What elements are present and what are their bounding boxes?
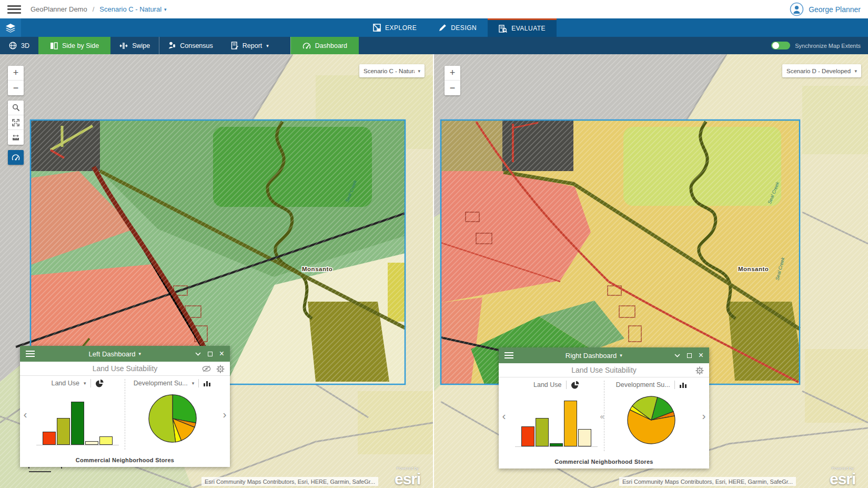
tab-design[interactable]: DESIGN <box>428 18 488 37</box>
evaluate-report-icon <box>499 25 507 33</box>
dashboard-button[interactable]: Dashboard <box>290 37 359 54</box>
esri-logo: esri <box>830 471 855 487</box>
chevron-down-icon: ▾ <box>84 381 86 386</box>
sync-extents-control: Synchronize Map Extents <box>771 37 868 54</box>
maximize-icon[interactable] <box>687 353 692 358</box>
bar-segment <box>564 401 577 446</box>
collapse-icon[interactable] <box>674 354 680 357</box>
dashboard-title-dropdown[interactable]: Right Dashboard ▾ <box>513 352 674 360</box>
dashboard-gauge-icon <box>12 154 20 161</box>
report-document-icon <box>231 42 238 49</box>
extent-button[interactable] <box>8 115 24 130</box>
sync-extents-toggle[interactable] <box>771 42 790 49</box>
chart-type-dropdown[interactable]: Development Su... <box>616 381 670 389</box>
chart-type-dropdown[interactable]: Development Su... <box>134 380 188 387</box>
bar-chart-icon[interactable] <box>203 380 211 387</box>
dashboard-subheader: Land Use Suitability <box>499 363 709 377</box>
dashboard-window-controls: × <box>674 351 703 360</box>
pie-chart-icon[interactable] <box>571 381 580 390</box>
consensus-button[interactable]: Consensus <box>159 37 222 54</box>
bar-segment <box>536 418 549 446</box>
tab-explore[interactable]: EXPLORE <box>362 18 428 37</box>
chevron-down-icon: ▾ <box>620 353 622 358</box>
right-map[interactable]: Monsanto Seal Creek Seal Creek + − Scena… <box>434 54 868 488</box>
dashboard-window-controls: × <box>195 350 224 358</box>
primary-nav-bar: EXPLORE DESIGN EVALUATE <box>0 18 868 37</box>
menu-hamburger-icon[interactable] <box>7 5 21 14</box>
right-dashboard-panel: Right Dashboard ▾ × Land Use Suitability <box>499 347 709 469</box>
breadcrumb-scenario-dropdown[interactable]: Scenario C - Natural ▾ <box>99 5 166 13</box>
close-icon[interactable]: × <box>699 351 703 360</box>
dashboard-menu-icon[interactable] <box>26 351 35 357</box>
chart-type-dropdown[interactable]: Land Use <box>533 381 562 389</box>
development-suitability-chart-panel: Development Su... <box>604 377 699 454</box>
zoom-in-button[interactable]: + <box>8 66 24 81</box>
bar-chart-icon[interactable] <box>679 381 687 389</box>
left-map[interactable]: Monsanto Seal Creek + − <box>0 54 433 488</box>
zoom-control: + − <box>8 66 24 95</box>
page-left-chevron[interactable]: ‹ <box>20 376 31 453</box>
map-tools <box>8 101 24 145</box>
measure-button[interactable] <box>8 130 24 145</box>
bar-segment <box>57 418 70 445</box>
dashboard-title-dropdown[interactable]: Left Dashboard ▾ <box>35 350 195 358</box>
swipe-button[interactable]: Swipe <box>110 37 159 54</box>
3d-button[interactable]: 3D <box>0 37 38 54</box>
page-right-chevron[interactable]: › <box>699 377 709 454</box>
maximize-icon[interactable] <box>208 352 213 356</box>
report-button[interactable]: Report ▾ <box>222 37 278 54</box>
development-suitability-pie-chart <box>147 391 198 446</box>
bar-segment <box>99 436 113 445</box>
bar-segment <box>85 441 98 445</box>
collapse-panel-chevron[interactable]: « <box>600 412 604 421</box>
chart-caption: Commercial Neighborhood Stores <box>20 453 230 467</box>
tab-label: EXPLORE <box>385 24 417 32</box>
user-menu[interactable]: George Planner <box>790 2 861 16</box>
breadcrumb-app-name[interactable]: GeoPlanner Demo <box>31 5 87 13</box>
layers-icon <box>5 23 16 33</box>
zoom-out-button[interactable]: − <box>445 81 460 95</box>
right-dashboard-header[interactable]: Right Dashboard ▾ × <box>499 347 709 363</box>
collapse-icon[interactable] <box>195 352 201 356</box>
left-scenario-selector[interactable]: Scenario C - Natural ▾ <box>359 64 425 77</box>
esri-logo: esri <box>395 471 420 487</box>
chart-type-dropdown[interactable]: Land Use <box>51 380 79 387</box>
pie-chart-icon[interactable] <box>95 379 104 388</box>
right-scenario-selector[interactable]: Scenario D - Developed ▾ <box>782 64 861 77</box>
user-name: George Planner <box>809 5 861 14</box>
dashboard-subtitle: Land Use Suitability <box>20 364 230 373</box>
map-attribution: Esri Community Maps Contributors, Esri, … <box>201 477 378 486</box>
tab-label: DESIGN <box>451 24 477 32</box>
search-button[interactable] <box>8 101 24 115</box>
close-icon[interactable]: × <box>219 350 224 358</box>
panel-divider <box>125 379 125 450</box>
search-icon <box>12 104 20 112</box>
dashboard-menu-icon[interactable] <box>504 352 513 358</box>
bar-segment <box>521 426 534 446</box>
chevron-down-icon: ▾ <box>854 68 857 74</box>
layers-button[interactable] <box>0 18 21 37</box>
side-by-side-button[interactable]: Side by Side <box>38 37 110 54</box>
zoom-out-button[interactable]: − <box>8 81 24 95</box>
tab-evaluate[interactable]: EVALUATE <box>488 18 557 37</box>
left-dashboard-header[interactable]: Left Dashboard ▾ × <box>20 346 230 362</box>
page-right-chevron[interactable]: › <box>219 376 230 453</box>
gear-icon[interactable] <box>216 365 225 373</box>
measure-icon <box>12 134 19 141</box>
evaluate-toolbar: 3D Side by Side Swipe Consensus <box>0 37 868 54</box>
top-bar: GeoPlanner Demo / Scenario C - Natural ▾… <box>0 0 868 18</box>
bar-segment <box>550 443 563 446</box>
land-use-chart-panel: Land Use ▾ <box>31 376 125 453</box>
visibility-eye-icon[interactable] <box>202 365 211 372</box>
chevron-down-icon: ▾ <box>164 7 167 12</box>
pie-slice <box>148 395 175 442</box>
bar-segment <box>578 429 591 446</box>
zoom-in-button[interactable]: + <box>445 66 460 81</box>
dashboard-toggle-button[interactable] <box>8 150 24 165</box>
development-suitability-pie-chart <box>625 392 677 448</box>
gear-icon[interactable] <box>695 366 704 375</box>
breadcrumb-scenario-label: Scenario C - Natural <box>99 5 162 13</box>
zoom-control: + − <box>445 66 460 95</box>
page-left-chevron[interactable]: ‹ <box>499 377 509 454</box>
globe-icon <box>9 42 17 49</box>
